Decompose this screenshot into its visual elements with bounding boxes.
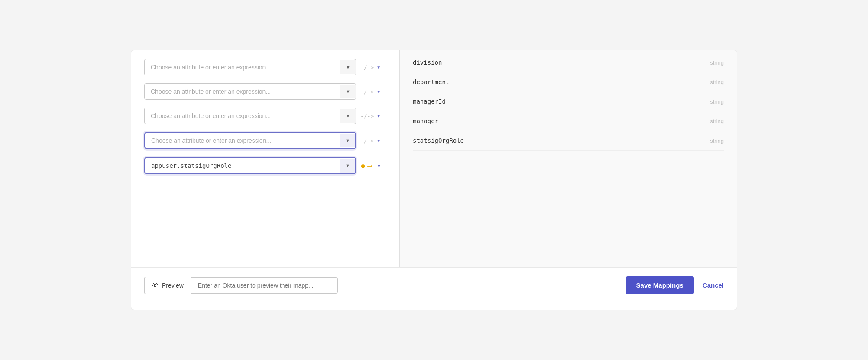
footer-bar: 👁 Preview Save Mappings Cancel <box>131 267 737 303</box>
mapping-row-managerid: ▼ -/-> ▼ <box>144 108 386 124</box>
arrow-text-managerid: -/-> <box>360 113 374 119</box>
cancel-button[interactable]: Cancel <box>703 281 724 289</box>
arrow-connector-division: -/-> ▼ <box>360 64 386 71</box>
attr-name-statsig: statsigOrgRole <box>413 137 710 144</box>
dropdown-btn-manager[interactable]: ▼ <box>340 134 355 147</box>
input-wrapper-division: ▼ <box>144 59 356 75</box>
attr-type-managerid: string <box>710 98 724 105</box>
right-row-manager: manager string <box>413 111 724 131</box>
left-panel: ▼ -/-> ▼ ▼ -/-> ▼ <box>131 50 400 267</box>
input-wrapper-statsig: ▼ <box>144 157 356 174</box>
right-row-division: division string <box>413 55 724 72</box>
expression-input-managerid[interactable] <box>145 108 340 124</box>
chevron-statsig[interactable]: ▼ <box>377 164 381 168</box>
expression-input-division[interactable] <box>145 59 340 75</box>
mapping-row-department: ▼ -/-> ▼ <box>144 83 386 100</box>
chevron-division[interactable]: ▼ <box>376 65 381 70</box>
chevron-managerid[interactable]: ▼ <box>376 114 381 118</box>
attr-type-manager: string <box>710 118 724 124</box>
right-row-statsig: statsigOrgRole string <box>413 131 724 151</box>
arrow-connector-statsig: ●→ ▼ <box>360 161 386 171</box>
preview-label: Preview <box>162 282 184 289</box>
expression-input-statsig[interactable] <box>145 158 340 173</box>
dropdown-btn-division[interactable]: ▼ <box>340 60 356 74</box>
input-wrapper-department: ▼ <box>144 83 356 100</box>
arrow-text-manager: -/-> <box>360 137 374 144</box>
attr-name-department: department <box>413 79 710 85</box>
dropdown-btn-managerid[interactable]: ▼ <box>340 109 356 123</box>
expression-input-department[interactable] <box>145 84 340 99</box>
arrow-connector-managerid: -/-> ▼ <box>360 113 386 119</box>
save-mappings-button[interactable]: Save Mappings <box>626 276 694 294</box>
chevron-manager[interactable]: ▼ <box>376 138 381 143</box>
arrow-connector-department: -/-> ▼ <box>360 88 386 95</box>
input-wrapper-managerid: ▼ <box>144 108 356 124</box>
preview-input[interactable] <box>191 277 338 294</box>
arrow-text-division: -/-> <box>360 64 374 71</box>
arrow-text-department: -/-> <box>360 88 374 95</box>
right-row-department: department string <box>413 72 724 92</box>
mapping-row-manager: ▼ -/-> ▼ <box>144 132 386 149</box>
dropdown-btn-statsig[interactable]: ▼ <box>340 159 355 173</box>
eye-icon: 👁 <box>152 281 159 289</box>
expression-input-manager[interactable] <box>145 133 340 148</box>
right-row-managerid: managerId string <box>413 92 724 111</box>
attr-name-managerid: managerId <box>413 98 710 105</box>
chevron-department[interactable]: ▼ <box>376 89 381 94</box>
active-arrow-icon-statsig: ●→ <box>360 161 374 171</box>
right-panel: division string department string manage… <box>400 50 737 267</box>
footer-right: Save Mappings Cancel <box>626 276 724 294</box>
input-wrapper-manager: ▼ <box>144 132 356 149</box>
mapping-area: ▼ -/-> ▼ ▼ -/-> ▼ <box>131 50 737 267</box>
main-container: ▼ -/-> ▼ ▼ -/-> ▼ <box>131 50 737 310</box>
mapping-row-division: ▼ -/-> ▼ <box>144 59 386 75</box>
arrow-connector-manager: -/-> ▼ <box>360 137 386 144</box>
attr-name-manager: manager <box>413 118 710 124</box>
mapping-row-statsig: ▼ ●→ ▼ <box>144 157 386 174</box>
preview-button[interactable]: 👁 Preview <box>144 277 191 294</box>
attr-type-department: string <box>710 79 724 85</box>
dropdown-btn-department[interactable]: ▼ <box>340 85 356 98</box>
attr-type-division: string <box>710 59 724 66</box>
attr-name-division: division <box>413 59 710 66</box>
footer-left: 👁 Preview <box>144 277 338 294</box>
attr-type-statsig: string <box>710 137 724 144</box>
